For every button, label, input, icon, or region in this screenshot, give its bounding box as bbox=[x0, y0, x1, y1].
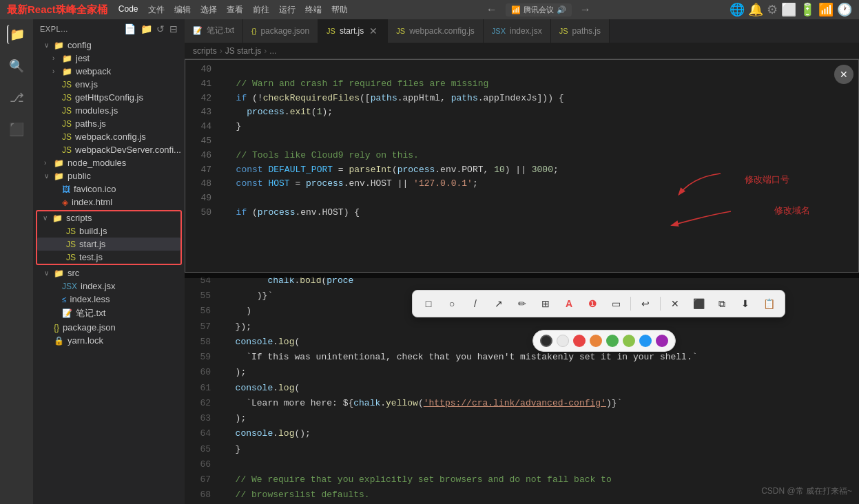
file-label: env.js bbox=[75, 79, 98, 90]
pencil-tool-btn[interactable]: ✏ bbox=[513, 295, 531, 313]
number-tool-btn[interactable]: ❶ bbox=[583, 295, 601, 313]
close-overlay-btn[interactable]: ✕ bbox=[834, 65, 853, 84]
tab-label: package.json bbox=[260, 26, 309, 36]
menu-help[interactable]: 帮助 bbox=[331, 4, 348, 16]
txt-icon: 📝 bbox=[62, 308, 72, 318]
copy-tool-btn[interactable]: ⧉ bbox=[713, 295, 731, 313]
sidebar-item-src[interactable]: ∨ 📁 src bbox=[33, 266, 185, 280]
sidebar-item-yarn-lock[interactable]: 🔒 yarn.lock bbox=[33, 334, 185, 347]
extensions-icon[interactable]: ⬛ bbox=[7, 120, 26, 139]
highlight-tool-btn[interactable]: ▭ bbox=[607, 295, 625, 313]
js-icon: JS bbox=[62, 132, 72, 142]
menu-goto[interactable]: 前往 bbox=[253, 4, 269, 16]
color-black[interactable] bbox=[540, 335, 552, 347]
app-title: 最新React珠峰全家桶 bbox=[7, 3, 107, 17]
grid-tool-btn[interactable]: ⊞ bbox=[537, 295, 555, 313]
nav-forward-btn[interactable]: → bbox=[577, 2, 594, 17]
menu-run[interactable]: 运行 bbox=[279, 4, 296, 16]
color-orange[interactable] bbox=[590, 335, 602, 347]
js-icon: JS bbox=[62, 119, 72, 129]
tab-notes-txt[interactable]: 📝 笔记.txt bbox=[185, 19, 243, 43]
code-line-57: 57 }); bbox=[185, 320, 859, 335]
delete-tool-btn[interactable]: ✕ bbox=[666, 295, 684, 313]
sidebar-item-index-less[interactable]: ≤ index.less bbox=[33, 293, 185, 306]
breadcrumb-start-js[interactable]: JS start.js bbox=[225, 46, 262, 56]
sidebar-item-modules-js[interactable]: JS modules.js bbox=[33, 104, 185, 117]
menu-terminal[interactable]: 终端 bbox=[305, 4, 322, 16]
color-purple[interactable] bbox=[656, 335, 668, 347]
sidebar-item-webpack[interactable]: › 📁 webpack bbox=[33, 65, 185, 78]
menu-code[interactable]: Code bbox=[118, 4, 138, 16]
folder-icon: 📁 bbox=[62, 67, 72, 76]
sidebar-item-build-js[interactable]: JS build.js bbox=[37, 224, 180, 238]
collapse-icon[interactable]: ⊟ bbox=[169, 23, 178, 34]
sidebar-item-test-js[interactable]: JS test.js bbox=[37, 251, 180, 264]
sidebar-item-config[interactable]: ∨ 📁 config bbox=[33, 39, 185, 52]
tab-index-jsx[interactable]: JSX index.jsx bbox=[484, 19, 551, 43]
line-tool-btn[interactable]: / bbox=[466, 295, 484, 313]
rect-tool-btn[interactable]: □ bbox=[420, 295, 437, 313]
sidebar-item-jest[interactable]: › 📁 jest bbox=[33, 52, 185, 65]
sidebar-item-index-jsx[interactable]: JSX index.jsx bbox=[33, 280, 185, 293]
color-blue[interactable] bbox=[639, 335, 652, 347]
breadcrumb-more[interactable]: ... bbox=[269, 46, 276, 56]
sidebar-item-paths-js[interactable]: JS paths.js bbox=[33, 117, 185, 130]
tab-webpack-config[interactable]: JS webpack.config.js bbox=[388, 19, 484, 43]
git-icon[interactable]: ⎇ bbox=[7, 88, 26, 107]
menu-file[interactable]: 文件 bbox=[148, 4, 165, 16]
file-label: getHttpsConfig.js bbox=[75, 92, 143, 103]
new-file-icon[interactable]: 📄 bbox=[124, 23, 136, 34]
menu-selection[interactable]: 选择 bbox=[200, 4, 217, 16]
color-light-green[interactable] bbox=[623, 335, 635, 347]
sidebar-item-favicon[interactable]: 🖼 favicon.ico bbox=[33, 182, 185, 196]
refresh-icon[interactable]: ↺ bbox=[156, 23, 165, 34]
tab-close-btn[interactable]: ✕ bbox=[368, 25, 379, 36]
tab-txt-icon: 📝 bbox=[193, 26, 203, 35]
folder-label: jest bbox=[76, 53, 90, 63]
circle-tool-btn[interactable]: ○ bbox=[443, 295, 461, 313]
code-editor[interactable]: 40 41 // Warn and crash if required file… bbox=[185, 59, 859, 504]
text-tool-btn[interactable]: A bbox=[560, 295, 578, 313]
sidebar-item-scripts[interactable]: ∨ 📁 scripts bbox=[37, 211, 180, 224]
sidebar-item-node-modules[interactable]: › 📁 node_modules bbox=[33, 156, 185, 169]
file-label: index.jsx bbox=[81, 281, 116, 291]
new-folder-icon[interactable]: 📁 bbox=[141, 23, 153, 34]
color-red[interactable] bbox=[573, 335, 586, 347]
tab-paths-js[interactable]: JS paths.js bbox=[551, 19, 610, 43]
sidebar-item-start-js[interactable]: JS start.js bbox=[37, 238, 180, 251]
tab-package-json[interactable]: {} package.json bbox=[243, 19, 318, 43]
breadcrumb-scripts[interactable]: scripts bbox=[193, 46, 217, 56]
menu-view[interactable]: 查看 bbox=[227, 4, 243, 16]
search-icon[interactable]: 🔍 bbox=[7, 56, 26, 76]
clipboard-tool-btn[interactable]: 📋 bbox=[760, 295, 778, 313]
floating-toolbar: □ ○ / ↗ ✏ ⊞ A ❶ ▭ ↩ ✕ ⬛ ⧉ ⬇ 📋 bbox=[412, 290, 785, 317]
code-line-53: 53 `Attempting to bind to HOST environme… bbox=[185, 258, 859, 273]
code-line-58: 58 console.log( bbox=[185, 335, 859, 350]
sidebar-item-package-json[interactable]: {} package.json bbox=[33, 321, 185, 334]
sidebar-header: EXPL... 📄 📁 ↺ ⊟ bbox=[33, 19, 185, 39]
save-tool-btn[interactable]: ⬇ bbox=[736, 295, 754, 313]
sidebar-item-webpack-config-js[interactable]: JS webpack.config.js bbox=[33, 130, 185, 143]
tab-jsx-icon: JSX bbox=[492, 27, 506, 35]
color-white[interactable] bbox=[557, 335, 569, 347]
color-green[interactable] bbox=[606, 335, 619, 347]
nav-back-btn[interactable]: ← bbox=[484, 2, 500, 17]
explorer-icon[interactable]: 📁 bbox=[7, 25, 26, 44]
sidebar-item-getHttpsConfig[interactable]: JS getHttpsConfig.js bbox=[33, 91, 185, 104]
file-label: index.less bbox=[70, 294, 110, 304]
menu-edit[interactable]: 编辑 bbox=[174, 4, 191, 16]
crop-tool-btn[interactable]: ⬛ bbox=[690, 295, 707, 313]
undo-tool-btn[interactable]: ↩ bbox=[637, 295, 654, 313]
sidebar-item-public[interactable]: ∨ 📁 public bbox=[33, 169, 185, 182]
sidebar-item-webpackdevserver[interactable]: JS webpackDevServer.confi... bbox=[33, 143, 185, 156]
sidebar-item-index-html[interactable]: ◈ index.html bbox=[33, 196, 185, 209]
arrow-tool-btn[interactable]: ↗ bbox=[490, 295, 508, 313]
top-bar-center: ← 📶 腾讯会议 🔊 → bbox=[484, 2, 594, 17]
tab-start-js[interactable]: JS start.js ✕ bbox=[318, 19, 388, 43]
folder-icon: 📁 bbox=[54, 41, 64, 50]
folder-icon: 📁 bbox=[54, 158, 64, 168]
sidebar-item-notes-txt[interactable]: 📝 笔记.txt bbox=[33, 306, 185, 321]
folder-label: node_modules bbox=[68, 158, 126, 168]
sidebar-item-env-js[interactable]: JS env.js bbox=[33, 78, 185, 91]
code-line-50: 50 if (process.env.HOST) { bbox=[185, 213, 859, 228]
